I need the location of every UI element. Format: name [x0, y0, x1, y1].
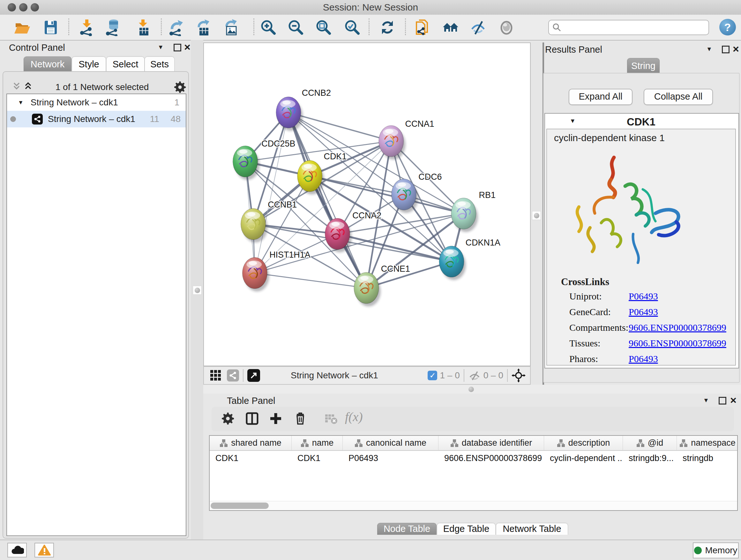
collapse-all-networks-icon[interactable]: [11, 81, 22, 91]
delete-column-icon[interactable]: [293, 411, 309, 427]
string-document-icon[interactable]: [414, 19, 431, 36]
network-edge[interactable]: [255, 112, 288, 273]
show-columns-icon[interactable]: [245, 411, 261, 427]
hidden-eye-icon[interactable]: [468, 370, 481, 381]
function-builder-icon[interactable]: f(x): [345, 409, 363, 424]
crosslink-pharos[interactable]: P06493: [629, 354, 658, 364]
selected-checkbox-icon[interactable]: ✓: [428, 371, 437, 380]
tab-network[interactable]: Network: [23, 57, 71, 72]
table-cell[interactable]: stringdb:9...: [623, 453, 677, 463]
collection-expander-icon[interactable]: ▼: [18, 99, 23, 106]
column-header-namespace[interactable]: namespace: [677, 436, 738, 450]
birdseye-grid-icon[interactable]: [210, 369, 222, 381]
scrollbar-thumb[interactable]: [211, 503, 269, 509]
hide-selected-icon[interactable]: [469, 19, 487, 36]
detach-view-icon[interactable]: [247, 369, 260, 382]
column-header-name[interactable]: name: [292, 436, 343, 450]
table-cell[interactable]: stringdb: [677, 453, 738, 463]
import-table-icon[interactable]: [134, 19, 151, 36]
table-cell[interactable]: cyclin-dependent ...: [544, 453, 623, 463]
zoom-fit-icon[interactable]: [315, 19, 332, 36]
crosslink-genecard[interactable]: P06493: [629, 307, 658, 317]
column-header-shared-name[interactable]: shared name: [210, 436, 292, 450]
tab-edge-table[interactable]: Edge Table: [437, 523, 495, 535]
network-canvas[interactable]: CCNB2CCNA1CDC25BCDK1CDC6RB1CCNB1CCNA2CDK…: [203, 43, 531, 366]
tab-network-table[interactable]: Network Table: [496, 523, 568, 535]
panel-float-icon[interactable]: [722, 46, 730, 53]
panel-collapse-icon[interactable]: ▼: [158, 44, 164, 51]
import-network-icon[interactable]: [78, 19, 95, 36]
network-node-CCNB2[interactable]: CCNB2: [276, 88, 331, 131]
panel-close-icon[interactable]: ×: [730, 396, 737, 404]
create-column-icon[interactable]: [268, 411, 284, 427]
network-edge[interactable]: [255, 273, 366, 288]
open-session-icon[interactable]: [13, 19, 30, 36]
table-cell[interactable]: CDK1: [292, 453, 343, 463]
network-options-gear-icon[interactable]: [173, 80, 187, 94]
tab-style[interactable]: Style: [72, 57, 106, 72]
network-node-CDC25B[interactable]: CDC25B: [233, 139, 295, 180]
delete-table-icon[interactable]: [324, 411, 340, 427]
splitter-handle[interactable]: [193, 286, 202, 295]
network-node-HIST1H1A[interactable]: HIST1H1A: [243, 250, 311, 292]
right-splitter[interactable]: [531, 43, 544, 385]
show-all-icon[interactable]: [498, 19, 515, 36]
panel-close-icon[interactable]: ×: [184, 43, 191, 51]
export-table-icon[interactable]: [195, 19, 212, 36]
network-row[interactable]: String Network – cdk1 11 48: [7, 111, 186, 127]
tab-node-table[interactable]: Node Table: [377, 523, 436, 535]
panel-collapse-icon[interactable]: ▼: [706, 46, 712, 53]
window-close-icon[interactable]: [8, 3, 16, 11]
panel-float-icon[interactable]: [174, 44, 181, 51]
column-header-description[interactable]: description: [544, 436, 623, 450]
panel-float-icon[interactable]: [719, 397, 726, 405]
network-node-CCNE1[interactable]: CCNE1: [354, 264, 410, 307]
window-minimize-icon[interactable]: [19, 3, 27, 11]
refresh-icon[interactable]: [379, 19, 396, 36]
crosslink-tissues[interactable]: 9606.ENSP00000378699: [629, 338, 726, 349]
cloud-status-icon[interactable]: [7, 543, 27, 557]
help-icon[interactable]: ?: [719, 19, 736, 36]
tab-select[interactable]: Select: [106, 57, 145, 72]
import-database-icon[interactable]: [105, 19, 122, 36]
column-header-canonical-name[interactable]: canonical name: [343, 436, 439, 450]
left-splitter[interactable]: [191, 40, 203, 540]
expand-all-button[interactable]: Expand All: [569, 89, 632, 105]
network-node-CCNA1[interactable]: CCNA1: [379, 119, 434, 160]
memory-button[interactable]: Memory: [693, 543, 739, 558]
table-settings-gear-icon[interactable]: [220, 411, 237, 427]
tab-string[interactable]: String: [627, 58, 660, 74]
home-icon[interactable]: [442, 19, 460, 36]
crosslink-compartments[interactable]: 9606.ENSP00000378699: [629, 322, 726, 333]
splitter-handle[interactable]: [467, 385, 475, 393]
expand-all-networks-icon[interactable]: [23, 81, 33, 91]
network-edge[interactable]: [288, 112, 366, 288]
zoom-selected-icon[interactable]: [344, 19, 361, 36]
zoom-out-icon[interactable]: [287, 19, 305, 36]
save-session-icon[interactable]: [42, 19, 59, 36]
network-collection-row[interactable]: ▼ String Network – cdk1 1: [7, 94, 186, 111]
table-cell[interactable]: P06493: [343, 453, 439, 463]
panel-collapse-icon[interactable]: ▼: [703, 397, 709, 404]
export-network-icon[interactable]: [167, 19, 185, 36]
collapse-all-button[interactable]: Collapse All: [644, 89, 713, 105]
window-zoom-icon[interactable]: [30, 3, 39, 11]
zoom-in-icon[interactable]: [260, 19, 277, 36]
splitter-handle[interactable]: [532, 211, 541, 220]
table-cell[interactable]: CDK1: [210, 453, 292, 463]
crosslink-uniprot[interactable]: P06493: [629, 291, 658, 302]
warning-status-icon[interactable]: [35, 543, 54, 557]
search-input[interactable]: [563, 21, 704, 33]
column-header-@id[interactable]: @id: [623, 436, 677, 450]
column-header-database-identifier[interactable]: database identifier: [439, 436, 544, 450]
table-cell[interactable]: 9606.ENSP00000378699: [439, 453, 544, 463]
panel-close-icon[interactable]: ×: [733, 45, 739, 53]
network-node-RB1[interactable]: RB1: [451, 190, 495, 232]
network-node-CDKN1A[interactable]: CDKN1A: [439, 238, 500, 280]
table-horizontal-scrollbar[interactable]: [210, 501, 737, 510]
table-row[interactable]: CDK1CDK1P064939606.ENSP00000378699cyclin…: [210, 451, 737, 465]
fit-crosshair-icon[interactable]: [512, 368, 526, 382]
network-overview-icon[interactable]: [227, 369, 239, 381]
tab-sets[interactable]: Sets: [145, 57, 175, 72]
export-image-icon[interactable]: [223, 19, 240, 36]
